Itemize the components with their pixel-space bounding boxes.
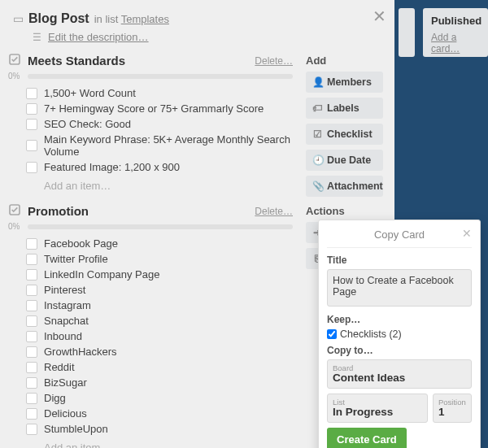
- keep-checklists-label: Checklists (2): [340, 328, 402, 340]
- checklist-progress: 0%: [8, 72, 293, 80]
- checklist-item[interactable]: StumbleUpon: [8, 421, 293, 437]
- checklist-item[interactable]: Main Keyword Phrase: 5K+ Average Monthly…: [8, 132, 293, 159]
- checklist-item[interactable]: LinkedIn Company Page: [8, 267, 293, 282]
- labels-button[interactable]: 🏷Labels: [306, 98, 383, 119]
- checkbox[interactable]: [26, 408, 37, 420]
- checklist-item-label: Pinterest: [44, 284, 85, 296]
- button-label: Due Date: [327, 154, 371, 166]
- description-icon: ☰: [33, 32, 41, 43]
- progress-bar: [28, 74, 293, 79]
- button-label: Attachment: [327, 181, 383, 192]
- checkbox[interactable]: [26, 162, 37, 173]
- board-column-title: Published: [431, 15, 480, 27]
- copy-to-label: Copy to…: [327, 345, 472, 356]
- checklist-item-label: Instagram: [44, 299, 91, 311]
- members-button[interactable]: 👤Members: [306, 72, 383, 93]
- board-select[interactable]: Board Content Ideas: [327, 359, 472, 389]
- checklist-item-label: Inbound: [44, 330, 82, 342]
- close-icon[interactable]: ✕: [462, 227, 472, 240]
- checklist-item-label: Main Keyword Phrase: 5K+ Average Monthly…: [44, 133, 293, 158]
- progress-percent: 0%: [8, 72, 23, 80]
- checklist-item-label: 7+ Hemingway Score or 75+ Grammarly Scor…: [44, 102, 264, 115]
- checkbox[interactable]: [26, 393, 37, 404]
- add-checklist-item[interactable]: Add an item…: [8, 175, 293, 192]
- card-main: Meets Standards Delete… 0% 1,500+ Word C…: [8, 53, 293, 448]
- checklist-delete-link[interactable]: Delete…: [255, 55, 293, 67]
- checklist-item-label: Twitter Profile: [44, 253, 108, 265]
- checkbox[interactable]: [26, 285, 37, 296]
- checklist-item[interactable]: Pinterest: [8, 282, 293, 298]
- checklist-item-label: 1,500+ Word Count: [44, 87, 136, 99]
- checkbox[interactable]: [26, 238, 37, 250]
- clock-icon: 🕘: [312, 154, 322, 166]
- checkbox[interactable]: [26, 88, 37, 99]
- progress-bar: [28, 224, 293, 229]
- checkbox[interactable]: [26, 269, 37, 281]
- attachment-icon: 📎: [312, 181, 322, 192]
- checklist-item[interactable]: Featured Image: 1,200 x 900: [8, 159, 293, 175]
- copy-title-input[interactable]: [327, 269, 472, 307]
- description-row: ☰ Edit the description…: [33, 31, 383, 43]
- keep-checklists-option[interactable]: Checklists (2): [327, 328, 472, 340]
- checkbox[interactable]: [26, 103, 37, 115]
- checklist-item[interactable]: GrowthHackers: [8, 344, 293, 359]
- checklist-title[interactable]: Promotion: [28, 204, 248, 218]
- checklist-item[interactable]: Inbound: [8, 328, 293, 344]
- checkbox[interactable]: [26, 377, 37, 389]
- checklist-icon: [8, 203, 21, 219]
- checklist-item[interactable]: Twitter Profile: [8, 251, 293, 267]
- checkbox[interactable]: [26, 331, 37, 342]
- board-column-stub: [399, 8, 415, 57]
- checkbox[interactable]: [26, 119, 37, 130]
- checkbox[interactable]: [26, 300, 37, 311]
- checklist-button[interactable]: ☑Checklist: [306, 124, 383, 145]
- checklist-item[interactable]: 7+ Hemingway Score or 75+ Grammarly Scor…: [8, 101, 293, 116]
- card-title[interactable]: Blog Post: [28, 11, 89, 26]
- checklist-item[interactable]: Facebook Page: [8, 236, 293, 251]
- in-list-prefix: in list: [94, 13, 119, 25]
- keep-checklists-checkbox[interactable]: [327, 329, 337, 339]
- add-card-link[interactable]: Add a card…: [431, 32, 480, 54]
- checkbox[interactable]: [26, 254, 37, 265]
- position-select[interactable]: Position 1: [433, 394, 472, 423]
- checklist-item-label: StumbleUpon: [44, 423, 108, 435]
- edit-description-link[interactable]: Edit the description…: [48, 31, 149, 43]
- checklist-title[interactable]: Meets Standards: [28, 54, 248, 67]
- in-list-text: in list Templates: [94, 13, 169, 25]
- checkbox[interactable]: [26, 424, 37, 435]
- checkbox[interactable]: [26, 362, 37, 373]
- checkbox[interactable]: [26, 140, 37, 151]
- list-link[interactable]: Templates: [121, 13, 169, 25]
- popover-title: Copy Card: [374, 228, 425, 241]
- members-icon: 👤: [312, 76, 322, 88]
- due-date-button[interactable]: 🕘Due Date: [306, 150, 383, 171]
- button-label: Labels: [327, 102, 359, 114]
- checklist-item[interactable]: SEO Check: Good: [8, 116, 293, 132]
- labels-icon: 🏷: [312, 102, 322, 114]
- checklist-delete-link[interactable]: Delete…: [255, 206, 293, 217]
- checklist-item-label: Reddit: [44, 361, 75, 373]
- add-checklist-item[interactable]: Add an item…: [8, 437, 293, 448]
- card-header: ▭ Blog Post in list Templates: [13, 11, 383, 26]
- checklist-progress: 0%: [8, 222, 293, 231]
- board-column-published: Published Add a card…: [423, 8, 488, 57]
- checklist-item[interactable]: Digg: [8, 390, 293, 406]
- create-card-button[interactable]: Create Card: [327, 428, 407, 448]
- checklist-item[interactable]: BizSugar: [8, 375, 293, 390]
- checklist-item[interactable]: Snapchat: [8, 313, 293, 328]
- checklist-item-label: LinkedIn Company Page: [44, 268, 159, 281]
- checklist-icon: ☑: [312, 128, 322, 140]
- card-icon: ▭: [13, 12, 24, 25]
- checklist-item[interactable]: Delicious: [8, 406, 293, 421]
- checklist-item[interactable]: Instagram: [8, 298, 293, 313]
- list-field-value: In Progress: [333, 407, 422, 419]
- checkbox[interactable]: [26, 315, 37, 327]
- attachment-button[interactable]: 📎Attachment: [306, 176, 383, 197]
- checklist-item[interactable]: 1,500+ Word Count: [8, 85, 293, 101]
- checklist-item[interactable]: Reddit: [8, 359, 293, 375]
- button-label: Checklist: [327, 128, 373, 140]
- checklist-item-label: SEO Check: Good: [44, 118, 131, 130]
- checkbox[interactable]: [26, 346, 37, 358]
- close-icon[interactable]: ✕: [373, 7, 386, 26]
- list-select[interactable]: List In Progress: [327, 394, 428, 423]
